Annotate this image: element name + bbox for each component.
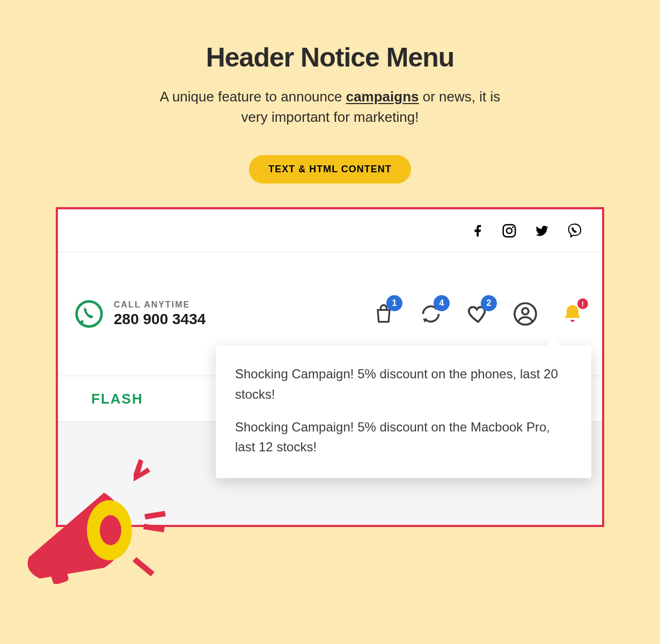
subtitle-pre: A unique feature to announce (160, 89, 346, 105)
svg-point-5 (522, 308, 529, 314)
account-button[interactable] (512, 301, 539, 327)
call-number[interactable]: 280 900 3434 (114, 311, 206, 328)
svg-point-1 (507, 228, 512, 233)
page-title: Header Notice Menu (0, 42, 660, 73)
instagram-icon[interactable] (501, 223, 517, 239)
facebook-icon[interactable] (471, 223, 485, 239)
bell-alert-dot: ! (577, 298, 588, 309)
svg-point-2 (512, 226, 514, 228)
compare-button[interactable]: 4 (417, 301, 444, 327)
wishlist-badge: 2 (481, 295, 497, 311)
svg-point-3 (77, 302, 102, 327)
subtitle-underline: campaigns (346, 89, 419, 105)
content-type-pill: TEXT & HTML CONTENT (249, 155, 411, 184)
notice-dropdown: Shocking Campaign! 5% discount on the ph… (216, 346, 591, 478)
page-subtitle: A unique feature to announce campaigns o… (148, 87, 512, 127)
wishlist-button[interactable]: 2 (465, 301, 492, 327)
svg-rect-0 (503, 225, 516, 237)
social-topbar (58, 209, 602, 252)
notice-bell-button[interactable]: ! (559, 301, 586, 327)
notice-item[interactable]: Shocking Campaign! 5% discount on the ph… (235, 364, 572, 404)
call-label: CALL ANYTIME (114, 300, 206, 310)
notice-item[interactable]: Shocking Campaign! 5% discount on the Ma… (235, 417, 572, 457)
viber-icon[interactable] (567, 223, 583, 239)
cart-button[interactable]: 1 (370, 301, 397, 327)
whatsapp-icon[interactable] (74, 299, 104, 329)
twitter-icon[interactable] (533, 223, 551, 238)
megaphone-decoration (18, 455, 168, 584)
call-block: CALL ANYTIME 280 900 3434 (74, 299, 206, 329)
flash-label: FLASH (91, 391, 143, 407)
svg-point-7 (100, 515, 121, 545)
compare-badge: 4 (434, 295, 450, 311)
header-actions: 1 4 2 ! (370, 301, 586, 327)
cart-badge: 1 (386, 295, 402, 311)
